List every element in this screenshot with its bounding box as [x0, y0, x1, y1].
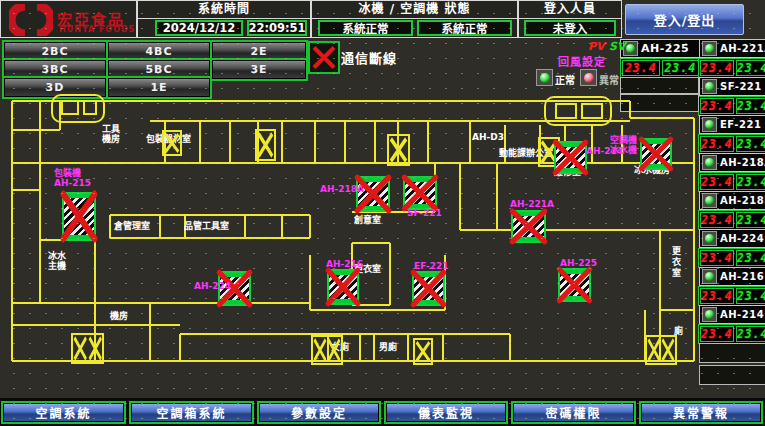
device-label-ah-215: 包裝機AH-215 [54, 168, 91, 188]
room-label: 創意室 [354, 215, 390, 225]
device-label-ah-214: AH-214 [586, 146, 623, 156]
stairs-icon [255, 129, 276, 161]
stairs-icon [311, 335, 343, 365]
device-label-ah-216: AH-216 [326, 259, 363, 269]
nav-button-6[interactable]: 異常警報 [639, 401, 763, 424]
device-icon-ah-216[interactable] [327, 269, 359, 305]
device-icon-ah-218a[interactable] [356, 176, 390, 212]
stairs-icon [162, 130, 182, 156]
stairs-icon [387, 134, 410, 166]
stairs-icon [71, 333, 104, 364]
nav-button-5[interactable]: 密碼權限 [511, 401, 636, 424]
nav-button-1[interactable]: 空調系統 [1, 401, 126, 424]
room-label: AH-D3 [472, 132, 508, 142]
device-label-ah-224: AH-224 [194, 281, 231, 291]
device-icon-ah-214[interactable] [554, 141, 587, 174]
room-label: 更衣室 [671, 246, 683, 279]
stairs-icon [413, 338, 433, 365]
device-label-ah-218a: AH-218A [320, 184, 364, 194]
pv-label: PV [588, 40, 605, 53]
nav-button-4[interactable]: 儀表監視 [384, 401, 508, 424]
room-label: 品管工具室 [184, 221, 242, 231]
device-icon-冰水機[interactable] [640, 138, 672, 170]
device-label-sf-221: SF-221 [407, 208, 442, 218]
room-label: 男廁 [379, 342, 403, 352]
room-label: 倉管理室 [114, 221, 160, 231]
sv-label: SV [609, 40, 625, 53]
room-label: 冰水主機 [48, 251, 70, 271]
device-label-ef-221: EF-221 [414, 261, 449, 271]
device-icon-ef-221[interactable] [412, 271, 445, 306]
device-label-ah-225: AH-225 [560, 258, 597, 268]
device-label-ah-221a: AH-221A [510, 199, 554, 209]
nav-button-3[interactable]: 參數設定 [257, 401, 381, 424]
setpoint-label: 回風設定 [558, 53, 606, 69]
nav-button-2[interactable]: 空調箱系統 [129, 401, 254, 424]
device-icon-sf-221[interactable] [403, 176, 437, 210]
device-icon-ah-221a[interactable] [511, 210, 546, 243]
device-icon-ah-215[interactable] [62, 192, 96, 241]
stairs-icon [645, 335, 677, 365]
room-label: 工具機房 [102, 124, 128, 144]
device-icon-ah-225[interactable] [558, 268, 591, 302]
bottom-nav-bar: 空調系統空調箱系統參數設定儀表監視密碼權限異常警報 [0, 398, 765, 426]
room-label: 機房 [110, 311, 136, 321]
